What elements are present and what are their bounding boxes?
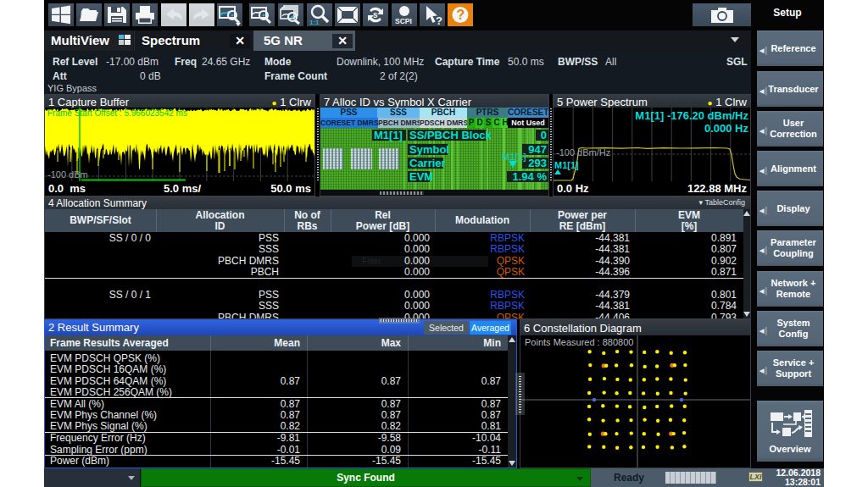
svg-text:?: ? — [436, 14, 442, 26]
svg-text:SCPI: SCPI — [395, 17, 412, 25]
svg-text:1:1: 1:1 — [309, 19, 320, 26]
svg-text:?: ? — [457, 8, 465, 22]
svg-text:s: s — [373, 10, 378, 19]
